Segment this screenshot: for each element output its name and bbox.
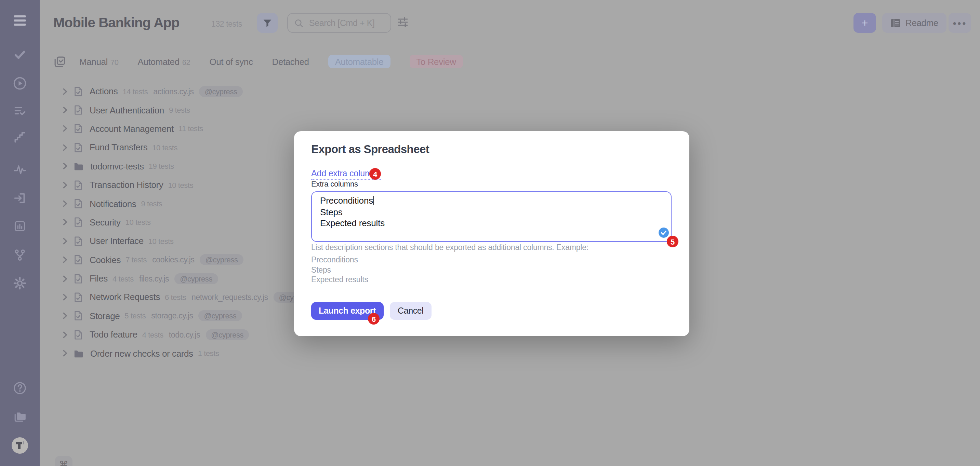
- cancel-button[interactable]: Cancel: [390, 302, 431, 320]
- field-example: Steps: [311, 265, 368, 275]
- field-example-list: PreconditionsStepsExpected results: [311, 255, 368, 285]
- step-badge-5: 5: [667, 236, 678, 247]
- field-example: Preconditions: [311, 255, 368, 265]
- extra-columns-label: Extra columns: [311, 180, 358, 188]
- field-line: Steps: [320, 207, 663, 218]
- text-caret: [374, 196, 374, 205]
- extension-check-icon[interactable]: [659, 228, 669, 238]
- field-line: Expected results: [320, 218, 663, 229]
- app-root: Mobile Banking App 132 tests + Readme ●●…: [0, 0, 980, 466]
- field-line: Preconditions: [320, 195, 663, 207]
- step-badge-6: 6: [368, 313, 380, 325]
- export-modal: Export as Spreadsheet Add extra columns …: [294, 131, 689, 336]
- field-helper-text: List description sections that should be…: [311, 243, 677, 252]
- extra-columns-textarea[interactable]: PreconditionsStepsExpected results: [311, 191, 671, 242]
- step-badge-4: 4: [369, 168, 381, 180]
- modal-title: Export as Spreadsheet: [311, 143, 429, 156]
- field-example: Expected results: [311, 275, 368, 285]
